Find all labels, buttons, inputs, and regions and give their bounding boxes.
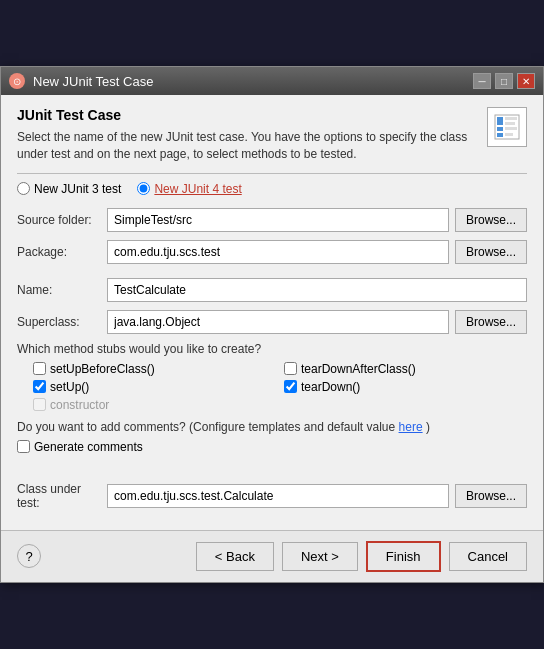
class-under-test-browse-button[interactable]: Browse... xyxy=(455,484,527,508)
name-label: Name: xyxy=(17,283,107,297)
minimize-button[interactable]: ─ xyxy=(473,73,491,89)
source-folder-row: Source folder: Browse... xyxy=(17,208,527,232)
package-browse-button[interactable]: Browse... xyxy=(455,240,527,264)
window-icon: ⊙ xyxy=(9,73,25,89)
header-text-block: JUnit Test Case Select the name of the n… xyxy=(17,107,477,163)
package-input[interactable] xyxy=(107,240,449,264)
stubs-section: Which method stubs would you like to cre… xyxy=(17,342,527,412)
junit3-radio[interactable] xyxy=(17,182,30,195)
stub-setupbeforeclass-label: setUpBeforeClass() xyxy=(50,362,155,376)
junit4-label: New JUnit 4 test xyxy=(154,182,241,196)
header-divider xyxy=(17,173,527,174)
name-input[interactable] xyxy=(107,278,527,302)
stub-setup-checkbox[interactable] xyxy=(33,380,46,393)
footer-area: ? < Back Next > Finish Cancel xyxy=(1,530,543,582)
section-title: JUnit Test Case xyxy=(17,107,477,123)
package-row: Package: Browse... xyxy=(17,240,527,264)
junit4-option[interactable]: New JUnit 4 test xyxy=(137,182,241,196)
junit-icon-svg xyxy=(493,113,521,141)
window-title: New JUnit Test Case xyxy=(33,74,153,89)
stubs-grid: setUpBeforeClass() tearDownAfterClass() … xyxy=(33,362,527,412)
stub-teardownafterclass[interactable]: tearDownAfterClass() xyxy=(284,362,527,376)
header-area: JUnit Test Case Select the name of the n… xyxy=(17,107,527,163)
comments-section: Do you want to add comments? (Configure … xyxy=(17,420,527,454)
footer-buttons: < Back Next > Finish Cancel xyxy=(196,541,527,572)
class-under-test-label: Class under test: xyxy=(17,482,107,510)
stub-constructor: constructor xyxy=(33,398,276,412)
generate-comments-label: Generate comments xyxy=(34,440,143,454)
stub-teardown-checkbox[interactable] xyxy=(284,380,297,393)
superclass-input[interactable] xyxy=(107,310,449,334)
source-folder-input[interactable] xyxy=(107,208,449,232)
next-button[interactable]: Next > xyxy=(282,542,358,571)
comments-question-text: Do you want to add comments? (Configure … xyxy=(17,420,395,434)
class-under-test-row: Class under test: Browse... xyxy=(17,482,527,510)
comments-here-link[interactable]: here xyxy=(399,420,423,434)
junit3-option[interactable]: New JUnit 3 test xyxy=(17,182,121,196)
stub-constructor-checkbox xyxy=(33,398,46,411)
svg-rect-2 xyxy=(497,127,503,131)
stub-setupbeforeclass-checkbox[interactable] xyxy=(33,362,46,375)
svg-rect-6 xyxy=(505,127,517,130)
cancel-button[interactable]: Cancel xyxy=(449,542,527,571)
junit-icon xyxy=(487,107,527,147)
title-bar: ⊙ New JUnit Test Case ─ □ ✕ xyxy=(1,67,543,95)
comments-question-end: ) xyxy=(426,420,430,434)
svg-rect-7 xyxy=(505,133,513,136)
stub-setup-label: setUp() xyxy=(50,380,89,394)
finish-button[interactable]: Finish xyxy=(366,541,441,572)
comments-question-line: Do you want to add comments? (Configure … xyxy=(17,420,527,434)
name-row: Name: xyxy=(17,278,527,302)
back-button[interactable]: < Back xyxy=(196,542,274,571)
source-folder-label: Source folder: xyxy=(17,213,107,227)
title-controls: ─ □ ✕ xyxy=(473,73,535,89)
stubs-question: Which method stubs would you like to cre… xyxy=(17,342,527,356)
stub-teardown[interactable]: tearDown() xyxy=(284,380,527,394)
svg-rect-4 xyxy=(505,117,517,120)
stub-setup[interactable]: setUp() xyxy=(33,380,276,394)
stub-teardownafterclass-checkbox[interactable] xyxy=(284,362,297,375)
title-bar-left: ⊙ New JUnit Test Case xyxy=(9,73,153,89)
help-button[interactable]: ? xyxy=(17,544,41,568)
package-label: Package: xyxy=(17,245,107,259)
superclass-row: Superclass: Browse... xyxy=(17,310,527,334)
junit4-radio[interactable] xyxy=(137,182,150,195)
generate-comments-option[interactable]: Generate comments xyxy=(17,440,527,454)
junit-version-group: New JUnit 3 test New JUnit 4 test xyxy=(17,182,527,196)
stub-teardownafterclass-label: tearDownAfterClass() xyxy=(301,362,416,376)
junit3-label: New JUnit 3 test xyxy=(34,182,121,196)
stub-constructor-label: constructor xyxy=(50,398,109,412)
maximize-button[interactable]: □ xyxy=(495,73,513,89)
header-description: Select the name of the new JUnit test ca… xyxy=(17,129,477,163)
svg-rect-5 xyxy=(505,122,515,125)
class-under-test-input[interactable] xyxy=(107,484,449,508)
generate-comments-checkbox[interactable] xyxy=(17,440,30,453)
dialog-content: JUnit Test Case Select the name of the n… xyxy=(1,95,543,530)
stub-setupbeforeclass[interactable]: setUpBeforeClass() xyxy=(33,362,276,376)
svg-rect-1 xyxy=(497,117,503,125)
superclass-browse-button[interactable]: Browse... xyxy=(455,310,527,334)
close-button[interactable]: ✕ xyxy=(517,73,535,89)
source-folder-browse-button[interactable]: Browse... xyxy=(455,208,527,232)
dialog-window: ⊙ New JUnit Test Case ─ □ ✕ JUnit Test C… xyxy=(0,66,544,583)
superclass-label: Superclass: xyxy=(17,315,107,329)
stub-teardown-label: tearDown() xyxy=(301,380,360,394)
svg-rect-3 xyxy=(497,133,503,137)
